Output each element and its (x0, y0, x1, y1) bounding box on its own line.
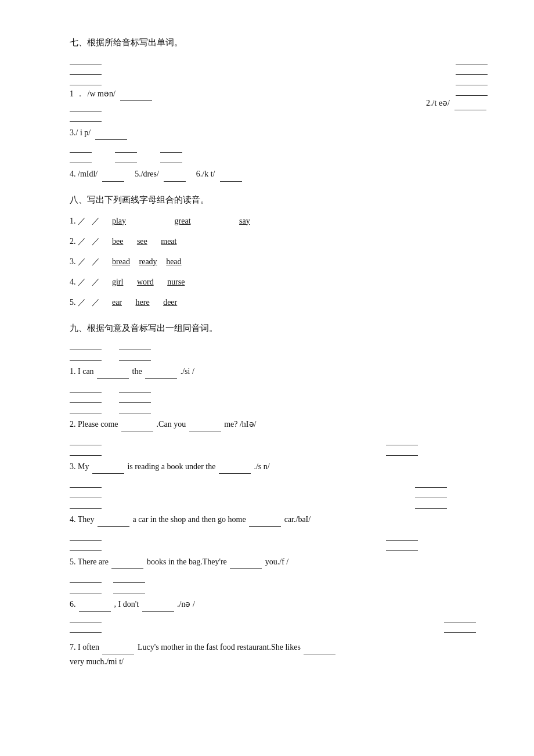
blank-line[interactable] (119, 384, 151, 393)
nine-3-blank2[interactable] (219, 465, 251, 474)
blank-line[interactable] (386, 532, 418, 541)
nine-item-5: 5. There are books in the bag.They're yo… (70, 532, 488, 569)
q7-q3-block: 3./ i p/ (70, 125, 488, 140)
nine-1-blank2[interactable] (145, 369, 177, 379)
blank-line[interactable] (70, 480, 102, 488)
blank-line[interactable] (70, 490, 102, 498)
nine-7-second-line: very much./mi t/ (70, 654, 488, 669)
blank-line[interactable] (415, 501, 447, 509)
blank-line[interactable] (386, 437, 418, 445)
blank-line[interactable] (70, 145, 92, 153)
blank-line[interactable] (70, 448, 102, 456)
blank-line[interactable] (70, 437, 102, 445)
nine-7-blank1[interactable] (102, 645, 134, 654)
eight-2-word2: see (137, 237, 147, 246)
blank-line[interactable] (70, 543, 102, 551)
eight-4-slashes: ／ ／ (78, 277, 100, 286)
nine-3-blank1[interactable] (92, 465, 124, 474)
blank-line[interactable] (456, 56, 488, 64)
q7-q4-blank[interactable] (102, 172, 124, 182)
nine-6-post-right (444, 614, 476, 633)
nine-6-mid: , I don't (114, 600, 141, 609)
eight-item-1: 1. ／ ／ play great say (70, 214, 488, 228)
nine-6-text: 6. , I don't ./nə / (70, 597, 488, 611)
blank-line[interactable] (70, 405, 102, 413)
blank-line[interactable] (70, 625, 102, 633)
q7-q1-label: 1 ． (70, 87, 84, 101)
eight-3-slashes: ／ ／ (78, 257, 100, 266)
blank-line[interactable] (386, 543, 418, 551)
blank-line[interactable] (70, 155, 92, 163)
blank-line[interactable] (70, 501, 102, 509)
blank-line[interactable] (115, 145, 137, 153)
blank-line[interactable] (70, 532, 102, 541)
blank-line[interactable] (70, 585, 102, 593)
eight-5-word3: deer (163, 298, 177, 307)
eight-1-word1: play (112, 217, 126, 225)
q7-left: 1 ． /w mən/ (70, 56, 153, 123)
blank-line[interactable] (70, 575, 102, 583)
blank-line[interactable] (386, 448, 418, 456)
nine-2-num: 2. Please come (70, 420, 120, 429)
q7-q1-row: 1 ． /w mən/ (70, 87, 153, 101)
nine-6-blank2[interactable] (142, 603, 174, 612)
nine-item-6: 6. , I don't ./nə / (70, 575, 488, 633)
blank-line[interactable] (456, 88, 488, 96)
q7-q3-row: 3./ i p/ (70, 125, 488, 140)
q7-q3-blank[interactable] (95, 131, 127, 140)
q7-q6-blank[interactable] (220, 172, 242, 182)
blank-line[interactable] (160, 145, 182, 153)
nine-7-blank2[interactable] (304, 645, 335, 654)
blank-line[interactable] (70, 614, 102, 622)
blank-line[interactable] (70, 56, 102, 64)
blank-line[interactable] (444, 614, 476, 622)
nine-4-text: 4. They a car in the shop and then go ho… (70, 512, 488, 527)
q7-q2-label: 2./t eə/ (426, 96, 450, 110)
nine-4-blank1[interactable] (98, 517, 129, 527)
nine-5-blank1[interactable] (111, 560, 143, 569)
nine-5-blank2[interactable] (230, 560, 262, 569)
blank-line[interactable] (456, 77, 488, 85)
blank-line[interactable] (113, 575, 145, 583)
blank-line[interactable] (70, 77, 102, 85)
nine-1-blank1[interactable] (97, 369, 129, 379)
blank-line[interactable] (70, 352, 102, 361)
eight-2-slashes: ／ ／ (78, 236, 100, 246)
blank-line[interactable] (70, 114, 102, 122)
blank-line[interactable] (119, 342, 151, 350)
blank-line[interactable] (70, 67, 102, 75)
q7-q5-blank[interactable] (164, 172, 186, 182)
nine-4-pre-blanks-left (70, 480, 102, 509)
blank-line[interactable] (119, 352, 151, 361)
blank-line[interactable] (119, 395, 151, 403)
nine-item-3: 3. My is reading a book under the ./s n/ (70, 437, 488, 474)
blank-line[interactable] (444, 625, 476, 633)
blank-line[interactable] (113, 585, 145, 593)
q7-q1-blank[interactable] (120, 92, 152, 101)
q7-right: 2./t eə/ (426, 56, 488, 110)
nine-5-phonetic: you./f / (265, 557, 288, 566)
blank-line[interactable] (415, 480, 447, 488)
blank-line[interactable] (70, 342, 102, 350)
blank-line[interactable] (160, 155, 182, 163)
nine-2-blank1[interactable] (121, 422, 153, 431)
q7-q1-pre-blanks (70, 56, 153, 85)
nine-2-blank2[interactable] (189, 422, 221, 431)
blank-line[interactable] (115, 155, 137, 163)
nine-5-pre-blanks (70, 532, 418, 552)
blank-line[interactable] (70, 103, 102, 111)
blank-line[interactable] (456, 67, 488, 75)
nine-4-phonetic: car./baI/ (284, 515, 311, 524)
nine-6-post-left (70, 614, 102, 633)
eight-2-word1: bee (112, 237, 123, 246)
blank-line[interactable] (70, 395, 102, 403)
q7-q2-blank[interactable] (454, 101, 486, 110)
eight-5-slashes: ／ ／ (78, 297, 100, 307)
blank-line[interactable] (70, 384, 102, 393)
section-nine-title: 九、根据句意及音标写出一组同音词。 (70, 321, 488, 336)
nine-6-blank1[interactable] (79, 603, 111, 612)
blank-line[interactable] (119, 405, 151, 413)
nine-4-blank2[interactable] (249, 517, 281, 527)
blank-line[interactable] (415, 490, 447, 498)
eight-item-4: 4. ／ ／ girl word nurse (70, 275, 488, 289)
